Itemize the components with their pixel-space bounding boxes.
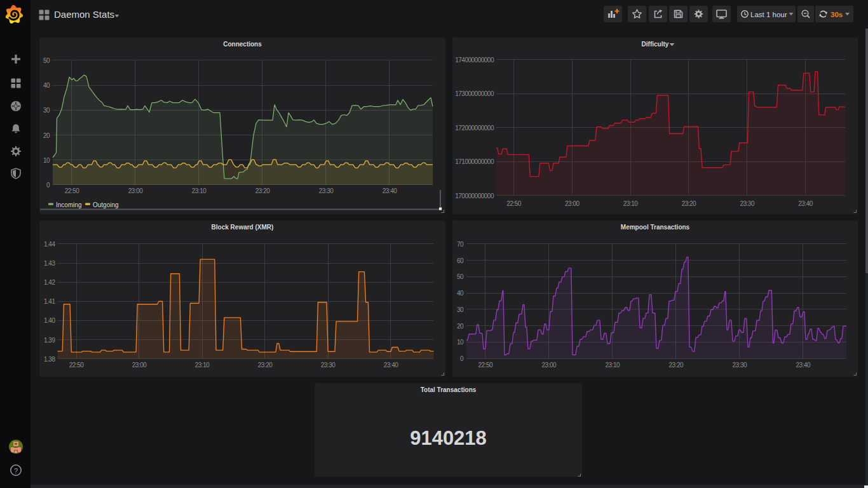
svg-text:60: 60 [457,257,464,264]
svg-text:1.40: 1.40 [44,317,55,324]
svg-text:23:20: 23:20 [258,362,273,369]
svg-text:174000000000: 174000000000 [455,57,494,64]
svg-text:23:40: 23:40 [384,362,398,369]
svg-text:10: 10 [457,339,464,346]
svg-text:1.44: 1.44 [44,241,55,248]
svg-text:1.42: 1.42 [44,279,55,286]
svg-text:1.41: 1.41 [44,298,55,305]
svg-text:Outgoing: Outgoing [93,201,119,208]
svg-text:?: ? [14,467,18,475]
svg-text:1.43: 1.43 [44,260,55,267]
svg-text:23:20: 23:20 [682,200,696,207]
svg-text:23:20: 23:20 [669,362,684,369]
svg-text:23:40: 23:40 [796,362,811,369]
svg-text:22:50: 22:50 [506,200,521,207]
svg-text:50: 50 [43,57,50,64]
svg-text:20: 20 [457,323,464,330]
svg-text:23:30: 23:30 [319,187,334,194]
svg-text:171000000000: 171000000000 [455,158,494,165]
svg-text:23:10: 23:10 [192,187,207,194]
svg-text:23:00: 23:00 [128,187,143,194]
svg-text:23:00: 23:00 [542,362,557,369]
svg-text:23:20: 23:20 [255,187,270,194]
svg-text:22:50: 22:50 [478,362,493,369]
svg-text:22:50: 22:50 [69,362,84,369]
svg-text:Incoming: Incoming [56,201,82,208]
svg-text:0: 0 [46,182,50,189]
svg-text:50: 50 [457,273,464,280]
svg-text:30: 30 [43,107,50,114]
svg-text:20: 20 [43,132,50,139]
svg-text:23:40: 23:40 [383,187,397,194]
svg-text:173000000000: 173000000000 [455,90,494,97]
svg-text:23:10: 23:10 [606,362,620,369]
svg-text:1.39: 1.39 [44,337,55,344]
svg-text:23:00: 23:00 [565,200,580,207]
svg-text:23:30: 23:30 [321,362,336,369]
svg-text:23:40: 23:40 [798,200,813,207]
svg-text:70: 70 [457,241,464,248]
svg-text:172000000000: 172000000000 [455,125,494,132]
svg-text:1.38: 1.38 [44,356,55,363]
svg-text:22:50: 22:50 [65,187,79,194]
svg-text:30: 30 [457,306,464,313]
svg-text:Last 1 hour: Last 1 hour [750,11,787,18]
svg-text:23:30: 23:30 [740,200,754,207]
svg-text:40: 40 [457,290,464,297]
svg-text:23:10: 23:10 [623,200,638,207]
svg-text:10: 10 [43,157,50,164]
svg-text:40: 40 [43,82,50,89]
svg-text:23:00: 23:00 [132,362,147,369]
svg-text:0: 0 [460,355,464,362]
svg-text:170000000000: 170000000000 [455,193,494,200]
svg-text:30s: 30s [831,11,843,18]
svg-text:23:30: 23:30 [733,362,747,369]
svg-text:23:10: 23:10 [195,362,210,369]
